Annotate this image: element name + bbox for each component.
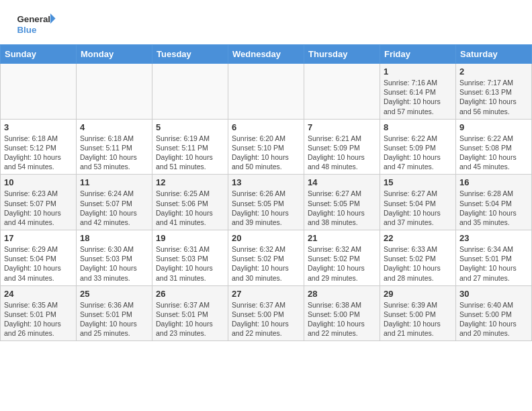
weekday-sunday: Sunday (1, 45, 77, 64)
calendar-cell: 29Sunrise: 6:39 AM Sunset: 5:00 PM Dayli… (380, 285, 456, 341)
svg-text:General: General (17, 14, 50, 24)
day-info: Sunrise: 6:32 AM Sunset: 5:02 PM Dayligh… (232, 244, 300, 283)
day-info: Sunrise: 6:27 AM Sunset: 5:04 PM Dayligh… (384, 189, 452, 227)
calendar-week-2: 3Sunrise: 6:18 AM Sunset: 5:12 PM Daylig… (1, 119, 532, 175)
day-number: 4 (80, 122, 148, 132)
day-info: Sunrise: 6:19 AM Sunset: 5:11 PM Dayligh… (156, 134, 224, 172)
calendar-cell: 14Sunrise: 6:27 AM Sunset: 5:05 PM Dayli… (304, 175, 380, 230)
day-number: 12 (156, 177, 224, 187)
calendar-cell (228, 64, 304, 120)
day-number: 21 (308, 233, 376, 243)
weekday-friday: Friday (380, 45, 456, 64)
day-number: 22 (384, 233, 452, 243)
day-info: Sunrise: 7:16 AM Sunset: 6:14 PM Dayligh… (384, 78, 452, 116)
day-number: 6 (232, 122, 300, 132)
day-info: Sunrise: 6:39 AM Sunset: 5:00 PM Dayligh… (384, 300, 452, 338)
day-info: Sunrise: 6:33 AM Sunset: 5:02 PM Dayligh… (384, 244, 452, 283)
day-number: 9 (459, 122, 528, 132)
day-info: Sunrise: 6:20 AM Sunset: 5:10 PM Dayligh… (232, 134, 300, 172)
calendar-cell: 3Sunrise: 6:18 AM Sunset: 5:12 PM Daylig… (1, 119, 77, 175)
day-number: 10 (4, 177, 73, 187)
day-number: 19 (156, 233, 224, 243)
calendar-body: 1Sunrise: 7:16 AM Sunset: 6:14 PM Daylig… (1, 64, 532, 341)
page-header: General Blue (0, 0, 532, 44)
day-number: 8 (384, 122, 452, 132)
calendar-cell: 25Sunrise: 6:36 AM Sunset: 5:01 PM Dayli… (77, 285, 152, 341)
day-number: 24 (4, 289, 73, 299)
calendar-cell (1, 64, 77, 120)
day-info: Sunrise: 6:29 AM Sunset: 5:04 PM Dayligh… (4, 244, 73, 283)
calendar-cell: 13Sunrise: 6:26 AM Sunset: 5:05 PM Dayli… (228, 175, 304, 230)
day-number: 13 (232, 177, 300, 187)
day-number: 30 (459, 289, 528, 299)
calendar-week-5: 24Sunrise: 6:35 AM Sunset: 5:01 PM Dayli… (1, 285, 532, 341)
day-info: Sunrise: 6:22 AM Sunset: 5:08 PM Dayligh… (459, 134, 528, 172)
day-number: 7 (308, 122, 376, 132)
day-info: Sunrise: 6:30 AM Sunset: 5:03 PM Dayligh… (80, 244, 148, 283)
day-info: Sunrise: 6:24 AM Sunset: 5:07 PM Dayligh… (80, 189, 148, 227)
weekday-thursday: Thursday (304, 45, 380, 64)
weekday-header-row: SundayMondayTuesdayWednesdayThursdayFrid… (1, 45, 532, 64)
day-number: 29 (384, 289, 452, 299)
day-info: Sunrise: 6:35 AM Sunset: 5:01 PM Dayligh… (4, 300, 73, 338)
logo-icon: General Blue (16, 12, 56, 39)
day-number: 17 (4, 233, 73, 243)
day-info: Sunrise: 6:37 AM Sunset: 5:00 PM Dayligh… (232, 300, 300, 338)
calendar-cell: 20Sunrise: 6:32 AM Sunset: 5:02 PM Dayli… (228, 230, 304, 286)
day-number: 26 (156, 289, 224, 299)
day-info: Sunrise: 6:34 AM Sunset: 5:01 PM Dayligh… (459, 244, 528, 283)
day-number: 27 (232, 289, 300, 299)
calendar-cell: 19Sunrise: 6:31 AM Sunset: 5:03 PM Dayli… (152, 230, 228, 286)
svg-marker-2 (50, 13, 56, 24)
calendar-cell (77, 64, 152, 120)
svg-text:Blue: Blue (17, 25, 36, 35)
calendar-cell: 26Sunrise: 6:37 AM Sunset: 5:01 PM Dayli… (152, 285, 228, 341)
day-info: Sunrise: 6:37 AM Sunset: 5:01 PM Dayligh… (156, 300, 224, 338)
calendar-table: SundayMondayTuesdayWednesdayThursdayFrid… (0, 44, 532, 341)
day-number: 18 (80, 233, 148, 243)
calendar-cell (304, 64, 380, 120)
calendar-week-4: 17Sunrise: 6:29 AM Sunset: 5:04 PM Dayli… (1, 230, 532, 286)
day-info: Sunrise: 6:36 AM Sunset: 5:01 PM Dayligh… (80, 300, 148, 338)
day-number: 3 (4, 122, 73, 132)
day-number: 5 (156, 122, 224, 132)
weekday-monday: Monday (77, 45, 152, 64)
day-info: Sunrise: 6:32 AM Sunset: 5:02 PM Dayligh… (308, 244, 376, 283)
calendar-cell: 9Sunrise: 6:22 AM Sunset: 5:08 PM Daylig… (456, 119, 532, 175)
calendar-cell: 8Sunrise: 6:22 AM Sunset: 5:09 PM Daylig… (380, 119, 456, 175)
day-info: Sunrise: 6:23 AM Sunset: 5:07 PM Dayligh… (4, 189, 73, 227)
day-number: 11 (80, 177, 148, 187)
day-info: Sunrise: 6:22 AM Sunset: 5:09 PM Dayligh… (384, 134, 452, 172)
calendar-cell: 7Sunrise: 6:21 AM Sunset: 5:09 PM Daylig… (304, 119, 380, 175)
day-info: Sunrise: 6:18 AM Sunset: 5:11 PM Dayligh… (80, 134, 148, 172)
calendar-cell: 21Sunrise: 6:32 AM Sunset: 5:02 PM Dayli… (304, 230, 380, 286)
day-number: 28 (308, 289, 376, 299)
day-number: 23 (459, 233, 528, 243)
day-number: 20 (232, 233, 300, 243)
calendar-cell: 11Sunrise: 6:24 AM Sunset: 5:07 PM Dayli… (77, 175, 152, 230)
calendar-cell: 5Sunrise: 6:19 AM Sunset: 5:11 PM Daylig… (152, 119, 228, 175)
calendar-cell: 22Sunrise: 6:33 AM Sunset: 5:02 PM Dayli… (380, 230, 456, 286)
calendar-cell: 23Sunrise: 6:34 AM Sunset: 5:01 PM Dayli… (456, 230, 532, 286)
calendar-cell: 18Sunrise: 6:30 AM Sunset: 5:03 PM Dayli… (77, 230, 152, 286)
calendar-cell: 10Sunrise: 6:23 AM Sunset: 5:07 PM Dayli… (1, 175, 77, 230)
day-info: Sunrise: 7:17 AM Sunset: 6:13 PM Dayligh… (459, 78, 528, 116)
weekday-saturday: Saturday (456, 45, 532, 64)
calendar-cell: 1Sunrise: 7:16 AM Sunset: 6:14 PM Daylig… (380, 64, 456, 120)
calendar-cell: 30Sunrise: 6:40 AM Sunset: 5:00 PM Dayli… (456, 285, 532, 341)
day-info: Sunrise: 6:21 AM Sunset: 5:09 PM Dayligh… (308, 134, 376, 172)
day-number: 2 (459, 66, 528, 77)
day-number: 14 (308, 177, 376, 187)
calendar-cell (152, 64, 228, 120)
logo: General Blue (16, 12, 56, 39)
weekday-wednesday: Wednesday (228, 45, 304, 64)
calendar-week-3: 10Sunrise: 6:23 AM Sunset: 5:07 PM Dayli… (1, 175, 532, 230)
calendar-week-1: 1Sunrise: 7:16 AM Sunset: 6:14 PM Daylig… (1, 64, 532, 120)
calendar-cell: 2Sunrise: 7:17 AM Sunset: 6:13 PM Daylig… (456, 64, 532, 120)
day-number: 1 (384, 66, 452, 77)
day-info: Sunrise: 6:27 AM Sunset: 5:05 PM Dayligh… (308, 189, 376, 227)
calendar-cell: 15Sunrise: 6:27 AM Sunset: 5:04 PM Dayli… (380, 175, 456, 230)
day-info: Sunrise: 6:26 AM Sunset: 5:05 PM Dayligh… (232, 189, 300, 227)
day-info: Sunrise: 6:28 AM Sunset: 5:04 PM Dayligh… (459, 189, 528, 227)
day-info: Sunrise: 6:38 AM Sunset: 5:00 PM Dayligh… (308, 300, 376, 338)
